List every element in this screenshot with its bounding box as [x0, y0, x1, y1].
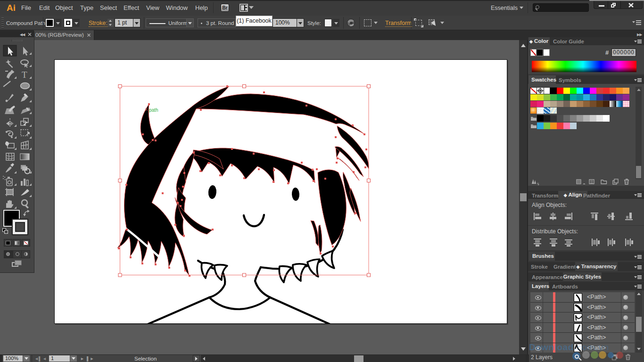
svg-text:T: T	[22, 70, 27, 80]
svg-text:path: path	[149, 107, 158, 113]
